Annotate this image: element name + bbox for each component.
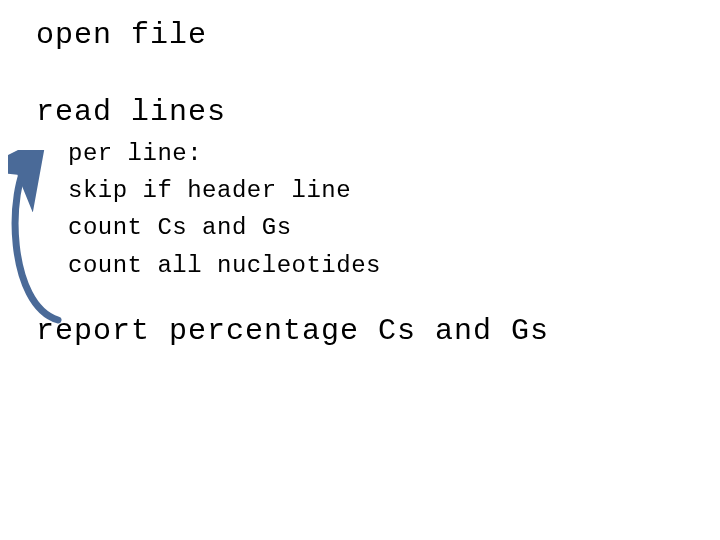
step-skip-header: skip if header line: [68, 172, 549, 209]
pseudocode-block: open file read lines per line: skip if h…: [36, 18, 549, 348]
step-count-cg: count Cs and Gs: [68, 209, 549, 246]
spacer: [36, 284, 549, 314]
step-read-lines: read lines: [36, 95, 549, 130]
spacer: [36, 53, 549, 95]
step-report: report percentage Cs and Gs: [36, 314, 549, 349]
step-count-all: count all nucleotides: [68, 247, 549, 284]
step-per-line: per line:: [68, 135, 549, 172]
step-open-file: open file: [36, 18, 549, 53]
loop-body: per line: skip if header line count Cs a…: [68, 135, 549, 284]
